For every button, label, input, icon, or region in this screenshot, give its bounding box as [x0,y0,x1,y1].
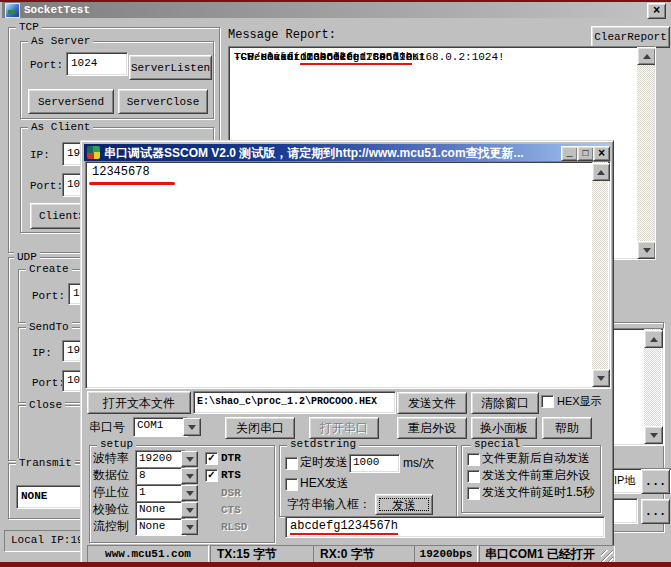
flowctrl-dropdown-icon[interactable] [181,519,198,535]
databits-label: 数据位 [93,469,129,481]
minimize-icon[interactable]: _ [561,146,578,161]
hex-send-checkbox[interactable] [285,478,298,491]
help-button[interactable]: 帮助 [542,417,592,439]
screen: SocketTest × TCP As Server Port: 1024 Se… [0,0,671,567]
report-scrollbar-track[interactable] [637,47,654,258]
special-group-label: special [471,439,523,450]
dtr-checkbox[interactable]: ✓ [205,452,218,465]
receive-textarea[interactable]: 12345678 [85,161,611,389]
small-panel-button[interactable]: 换小面板 [471,417,537,439]
databits-dropdown-icon[interactable] [181,468,198,484]
report-line: TCP client connected to 192.168.0.2:1024… [234,51,505,64]
baud-dropdown-icon[interactable] [181,451,198,467]
string-input-label: 字符串输入框： [287,498,371,510]
browse-button-1[interactable]: ... [641,469,670,494]
red-underline-annotation [89,182,175,185]
send-file-button[interactable]: 发送文件 [397,392,467,414]
scroll-down-icon[interactable] [592,369,610,387]
scroll-up-icon[interactable] [592,163,610,181]
as-client-label: As Client [28,122,93,133]
clear-report-button[interactable]: ClearReport [591,26,670,48]
udp-sendto-label: SendTo [26,322,72,333]
stopbits-select[interactable]: 1 [135,484,186,502]
file-path-field[interactable]: E:\shao_c\proc_1.2\PROCOOO.HEX [193,391,396,414]
server-listen-button[interactable]: ServerListen [129,55,212,80]
auto-send-label: 文件更新后自动发送 [482,452,590,464]
sendto-ip-label: IP: [32,347,52,359]
timed-send-checkbox[interactable] [285,457,298,470]
transmit-label: Transmit [16,458,75,469]
server-port-label: Port: [30,59,63,71]
sscom-icon [87,146,100,159]
browse-button-2[interactable]: ... [641,499,670,524]
scroll-down-icon[interactable] [637,241,656,259]
flowctrl-select[interactable]: None [135,518,186,536]
screen-border-bottom [0,562,671,567]
open-port-button[interactable]: 打开串口 [309,417,379,439]
interval-unit-label: ms/次 [403,457,434,469]
app-icon [5,3,20,18]
receive-text: 12345678 [92,166,150,178]
restart-before-send-label: 发送文件前重启外设 [482,469,590,481]
com-port-select[interactable]: COM1 [133,417,188,437]
hex-send-label: HEX发送 [300,477,349,489]
server-close-button[interactable]: ServerClose [118,89,208,114]
maximize-icon[interactable]: □ [577,146,594,161]
baud-select[interactable]: 19200 [135,450,186,468]
sscom-titlebar: 串口调试器SSCOM V2.0 测试版，请定期到http://www.mcu51… [84,144,610,161]
delay-before-send-checkbox[interactable] [467,487,480,500]
resize-grip[interactable] [601,550,613,562]
server-send-button[interactable]: ServerSend [28,89,114,114]
sscom-window-title: 串口调试器SSCOM V2.0 测试版，请定期到http://www.mcu51… [104,146,556,160]
udp-create-label: Create [26,264,72,275]
clear-window-button[interactable]: 清除窗口 [471,392,539,414]
hex-display-checkbox[interactable] [541,395,554,408]
dsr-indicator: DSR [221,487,241,499]
client-port-label: Port: [30,180,63,192]
rts-checkbox[interactable]: ✓ [205,469,218,482]
databits-select[interactable]: 8 [135,467,186,485]
create-port-label: Port: [32,290,65,302]
setdstring-group-label: setdstring [287,439,359,450]
server-port-input[interactable]: 1024 [66,52,128,76]
restart-before-send-checkbox[interactable] [467,470,480,483]
main-titlebar: SocketTest [2,2,669,18]
com-port-dropdown-icon[interactable] [183,418,201,436]
stopbits-dropdown-icon[interactable] [181,485,198,501]
auto-send-checkbox[interactable] [467,453,480,466]
flowctrl-label: 流控制 [93,520,129,532]
close-port-button[interactable]: 关闭串口 [225,417,295,439]
sendto-port-label: Port: [32,377,65,389]
message-report-label: Message Report: [228,29,336,41]
delay-before-send-label: 发送文件前延时1.5秒 [482,486,595,498]
main-window-title: SocketTest [24,4,90,16]
setup-group-label: setup [97,439,136,450]
cts-indicator: CTS [221,504,241,516]
scroll-down-icon[interactable] [644,426,663,444]
scroll-up-icon[interactable] [637,47,656,65]
transmit-combo[interactable]: NONE [16,485,86,509]
udp-group-label: UDP [14,252,40,263]
restart-peripheral-button[interactable]: 重启外设 [397,417,467,439]
parity-dropdown-icon[interactable] [181,502,198,518]
main-close-button[interactable]: × [647,3,666,19]
red-underlined-text: abcdefg1234567h [290,519,398,535]
baud-label: 波特率 [93,452,129,464]
client-ip-label: IP: [30,149,50,161]
parity-select[interactable]: None [135,501,186,519]
sscom-window: 串口调试器SSCOM V2.0 测试版，请定期到http://www.mcu51… [80,140,614,565]
tcp-group-label: TCP [16,22,42,33]
hex-display-label: HEX显示 [557,395,602,407]
dtr-label: DTR [221,452,241,464]
open-text-file-button[interactable]: 打开文本文件 [87,391,191,414]
com-port-label: 串口号 [89,421,125,433]
rts-label: RTS [221,469,241,481]
as-server-label: As Server [28,36,93,47]
interval-input[interactable]: 1000 [349,454,400,473]
parity-label: 校验位 [93,503,129,515]
sscom-scrollbar-track[interactable] [592,162,608,386]
close-icon[interactable]: × [593,146,610,161]
send-string-input[interactable]: abcdefg1234567h [285,516,605,538]
scroll-up-icon[interactable] [644,330,663,348]
send-button[interactable]: 发送 [375,494,433,515]
